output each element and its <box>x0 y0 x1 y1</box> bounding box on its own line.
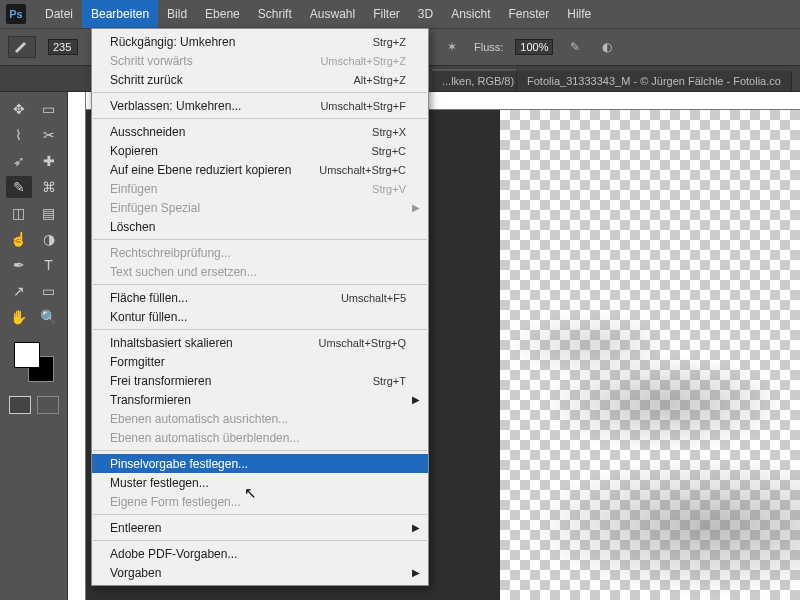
tool-lasso[interactable]: ⌇ <box>6 124 32 146</box>
app-logo: Ps <box>6 4 26 24</box>
menuitem-adobe-pdf-vorgaben[interactable]: Adobe PDF-Vorgaben... <box>92 544 428 563</box>
menuitem-schritt-zurück[interactable]: Schritt zurückAlt+Strg+Z <box>92 70 428 89</box>
color-swatches[interactable] <box>14 342 54 382</box>
symmetry-icon[interactable]: ◐ <box>597 37 617 57</box>
menuitem-label: Verblassen: Umkehren... <box>110 99 320 113</box>
menuitem-label: Rechtschreibprüfung... <box>110 246 406 260</box>
menuitem-inhaltsbasiert-skalieren[interactable]: Inhaltsbasiert skalierenUmschalt+Strg+Q <box>92 333 428 352</box>
menuitem-label: Text suchen und ersetzen... <box>110 265 406 279</box>
menuitem-schritt-vorwärts: Schritt vorwärtsUmschalt+Strg+Z <box>92 51 428 70</box>
submenu-arrow-icon: ▶ <box>412 567 420 578</box>
menuitem-label: Einfügen Spezial <box>110 201 406 215</box>
menuitem-label: Rückgängig: Umkehren <box>110 35 373 49</box>
menu-separator <box>93 329 427 330</box>
menuitem-vorgaben[interactable]: Vorgaben▶ <box>92 563 428 582</box>
tool-shape[interactable]: ▭ <box>36 280 62 302</box>
menuitem-label: Vorgaben <box>110 566 406 580</box>
menuitem-label: Adobe PDF-Vorgaben... <box>110 547 406 561</box>
menuitem-label: Entleeren <box>110 521 406 535</box>
menu-datei[interactable]: Datei <box>36 0 82 28</box>
foreground-color-swatch[interactable] <box>14 342 40 368</box>
menuitem-label: Löschen <box>110 220 406 234</box>
tool-preset-picker[interactable] <box>8 36 36 58</box>
flow-field[interactable]: 100% <box>515 39 553 55</box>
menuitem-label: Kontur füllen... <box>110 310 406 324</box>
tool-pen[interactable]: ✒ <box>6 254 32 276</box>
menuitem-transformieren[interactable]: Transformieren▶ <box>92 390 428 409</box>
tool-crop[interactable]: ✂ <box>36 124 62 146</box>
quickmask-mode-icon[interactable] <box>37 396 59 414</box>
menuitem-label: Ebenen automatisch ausrichten... <box>110 412 406 426</box>
menu-ebene[interactable]: Ebene <box>196 0 249 28</box>
menu-bild[interactable]: Bild <box>158 0 196 28</box>
tool-brush[interactable]: ✎ <box>6 176 32 198</box>
menu-auswahl[interactable]: Auswahl <box>301 0 364 28</box>
tool-marquee[interactable]: ▭ <box>36 98 62 120</box>
tool-path[interactable]: ↗ <box>6 280 32 302</box>
menu-separator <box>93 284 427 285</box>
menu-separator <box>93 118 427 119</box>
menuitem-entleeren[interactable]: Entleeren▶ <box>92 518 428 537</box>
menuitem-kopieren[interactable]: KopierenStrg+C <box>92 141 428 160</box>
menu-3d[interactable]: 3D <box>409 0 442 28</box>
menuitem-rückgängig-umkehren[interactable]: Rückgängig: UmkehrenStrg+Z <box>92 32 428 51</box>
menuitem-fläche-füllen[interactable]: Fläche füllen...Umschalt+F5 <box>92 288 428 307</box>
menuitem-eigene-form-festlegen: Eigene Form festlegen... <box>92 492 428 511</box>
menuitem-löschen[interactable]: Löschen <box>92 217 428 236</box>
menuitem-label: Transformieren <box>110 393 406 407</box>
tool-dodge[interactable]: ◑ <box>36 228 62 250</box>
tool-stamp[interactable]: ⌘ <box>36 176 62 198</box>
menuitem-label: Fläche füllen... <box>110 291 341 305</box>
menuitem-ebenen-automatisch-überblenden: Ebenen automatisch überblenden... <box>92 428 428 447</box>
menuitem-shortcut: Umschalt+F5 <box>341 292 406 304</box>
tool-type[interactable]: T <box>36 254 62 276</box>
menuitem-kontur-füllen[interactable]: Kontur füllen... <box>92 307 428 326</box>
menuitem-ebenen-automatisch-ausrichten: Ebenen automatisch ausrichten... <box>92 409 428 428</box>
menu-separator <box>93 540 427 541</box>
menuitem-shortcut: Strg+X <box>372 126 406 138</box>
airbrush-icon[interactable]: ✶ <box>442 37 462 57</box>
tool-move[interactable]: ✥ <box>6 98 32 120</box>
tool-gradient[interactable]: ▤ <box>36 202 62 224</box>
tool-zoom[interactable]: 🔍 <box>36 306 62 328</box>
menu-separator <box>93 239 427 240</box>
menu-separator <box>93 450 427 451</box>
submenu-arrow-icon: ▶ <box>412 394 420 405</box>
menuitem-shortcut: Strg+V <box>372 183 406 195</box>
menuitem-shortcut: Umschalt+Strg+Q <box>319 337 406 349</box>
menuitem-verblassen-umkehren[interactable]: Verblassen: Umkehren...Umschalt+Strg+F <box>92 96 428 115</box>
tab-document-2[interactable]: Fotolia_31333343_M - © Jürgen Fälchle - … <box>517 71 792 91</box>
menuitem-formgitter[interactable]: Formgitter <box>92 352 428 371</box>
menuitem-label: Kopieren <box>110 144 371 158</box>
tool-eyedrop[interactable]: ➶ <box>6 150 32 172</box>
menuitem-ausschneiden[interactable]: AusschneidenStrg+X <box>92 122 428 141</box>
menu-hilfe[interactable]: Hilfe <box>558 0 600 28</box>
tool-hand[interactable]: ✋ <box>6 306 32 328</box>
menuitem-text-suchen-und-ersetzen: Text suchen und ersetzen... <box>92 262 428 281</box>
menuitem-auf-eine-ebene-reduziert-kopieren[interactable]: Auf eine Ebene reduziert kopierenUmschal… <box>92 160 428 179</box>
tablet-pressure-icon[interactable]: ✎ <box>565 37 585 57</box>
menu-schrift[interactable]: Schrift <box>249 0 301 28</box>
menuitem-label: Ebenen automatisch überblenden... <box>110 431 406 445</box>
tool-heal[interactable]: ✚ <box>36 150 62 172</box>
tab-document-1[interactable]: ...lken, RGB/8) * <box>432 69 517 91</box>
menu-ansicht[interactable]: Ansicht <box>442 0 499 28</box>
menuitem-frei-transformieren[interactable]: Frei transformierenStrg+T <box>92 371 428 390</box>
tool-eraser[interactable]: ◫ <box>6 202 32 224</box>
menuitem-muster-festlegen[interactable]: Muster festlegen... <box>92 473 428 492</box>
brush-icon <box>13 40 31 54</box>
image-content <box>500 110 800 600</box>
menu-bearbeiten[interactable]: Bearbeiten <box>82 0 158 28</box>
tool-smudge[interactable]: ☝ <box>6 228 32 250</box>
menuitem-label: Schritt zurück <box>110 73 353 87</box>
menuitem-einfügen-spezial: Einfügen Spezial▶ <box>92 198 428 217</box>
brush-size-field[interactable]: 235 <box>48 39 78 55</box>
submenu-arrow-icon: ▶ <box>412 202 420 213</box>
menu-fenster[interactable]: Fenster <box>500 0 559 28</box>
menu-filter[interactable]: Filter <box>364 0 409 28</box>
standard-mode-icon[interactable] <box>9 396 31 414</box>
menuitem-pinselvorgabe-festlegen[interactable]: Pinselvorgabe festlegen... <box>92 454 428 473</box>
menuitem-shortcut: Strg+T <box>373 375 406 387</box>
flow-label: Fluss: <box>474 41 503 53</box>
menuitem-label: Frei transformieren <box>110 374 373 388</box>
